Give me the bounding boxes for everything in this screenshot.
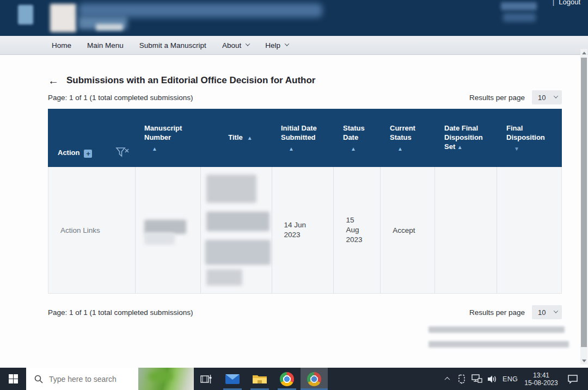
windows-taskbar: ENG 13:41 15-08-2023 bbox=[0, 368, 588, 390]
speaker-icon bbox=[487, 375, 497, 383]
clock-time: 13:41 bbox=[533, 372, 549, 379]
table-header-row: Action + Manuscript Number ▲ Title ▲ bbox=[48, 109, 562, 167]
sort-asc-icon: ▲ bbox=[289, 146, 294, 152]
results-per-page-select-top[interactable]: 10 bbox=[532, 90, 562, 104]
scrollbar-thumb[interactable] bbox=[581, 58, 587, 347]
redacted-footer-line bbox=[428, 326, 565, 333]
scroll-up-arrow[interactable] bbox=[580, 49, 587, 57]
clock[interactable]: 13:41 15-08-2023 bbox=[520, 368, 562, 390]
chrome-icon bbox=[307, 372, 321, 386]
logout-link[interactable]: Logout bbox=[559, 0, 580, 6]
results-per-page-select-bottom[interactable]: 10 bbox=[532, 305, 562, 319]
column-initial-date-submitted[interactable]: Initial Date Submitted ▲ bbox=[271, 109, 333, 167]
file-explorer-button[interactable] bbox=[246, 368, 273, 390]
clear-filter-icon[interactable] bbox=[115, 146, 131, 159]
page-content: ← Submissions with an Editorial Office D… bbox=[0, 55, 588, 368]
column-title[interactable]: Title ▲ bbox=[200, 109, 271, 167]
nav-main-menu[interactable]: Main Menu bbox=[87, 41, 124, 49]
redacted-journal-name bbox=[78, 3, 322, 17]
redacted-journal-logo bbox=[50, 4, 76, 32]
results-per-page-label-bottom: Results per page bbox=[469, 308, 525, 317]
device-icon bbox=[457, 374, 466, 384]
column-current-status[interactable]: Current Status ▲ bbox=[380, 109, 434, 167]
column-status-date[interactable]: Status Date ▲ bbox=[333, 109, 380, 167]
redacted-manuscript-number bbox=[144, 220, 186, 234]
column-manuscript-number[interactable]: Manuscript Number ▲ bbox=[134, 109, 200, 167]
back-arrow-icon[interactable]: ← bbox=[48, 75, 59, 86]
cell-date-final-disposition-set bbox=[434, 167, 497, 293]
sort-asc-icon: ▲ bbox=[152, 146, 157, 152]
search-icon bbox=[34, 375, 43, 383]
chevron-down-icon bbox=[554, 308, 558, 313]
cell-title bbox=[200, 167, 272, 293]
scroll-down-arrow[interactable] bbox=[580, 357, 587, 364]
add-action-icon[interactable]: + bbox=[84, 150, 92, 158]
chevron-up-icon bbox=[444, 377, 450, 382]
action-links-link[interactable]: Action Links bbox=[60, 226, 100, 234]
cell-manuscript-number bbox=[135, 167, 200, 293]
start-button[interactable] bbox=[0, 368, 26, 390]
cell-action: Action Links bbox=[48, 167, 135, 293]
windows-logo-icon bbox=[9, 374, 18, 383]
search-highlight-gecko-image[interactable] bbox=[138, 368, 194, 390]
logout-separator: | bbox=[553, 0, 554, 6]
nav-home[interactable]: Home bbox=[52, 41, 71, 49]
submissions-table: Action + Manuscript Number ▲ Title ▲ bbox=[48, 109, 562, 294]
task-view-icon bbox=[200, 374, 212, 384]
column-date-final-disposition-set[interactable]: Date Final Disposition Set ▲ bbox=[434, 109, 497, 167]
cell-status-date: 15 Aug 2023 bbox=[333, 167, 380, 293]
sort-desc-icon: ▼ bbox=[514, 146, 519, 152]
column-final-disposition[interactable]: Final Disposition ▼ bbox=[497, 109, 562, 167]
redacted-role bbox=[503, 13, 536, 22]
folder-icon bbox=[253, 374, 267, 385]
redacted-manuscript-number-2 bbox=[144, 233, 175, 245]
redacted-title-line bbox=[206, 269, 242, 286]
chevron-down-icon bbox=[285, 41, 289, 46]
redacted-journal-subtitle-2 bbox=[96, 24, 123, 30]
chevron-down-icon bbox=[246, 41, 250, 46]
redacted-title-line bbox=[206, 175, 256, 203]
redacted-title-line bbox=[205, 240, 271, 265]
task-view-button[interactable] bbox=[194, 368, 219, 390]
site-banner: | Logout bbox=[0, 0, 588, 36]
page-title: Submissions with an Editorial Office Dec… bbox=[66, 75, 315, 86]
cell-initial-date-submitted: 14 Jun 2023 bbox=[272, 167, 334, 293]
show-hidden-icons-button[interactable] bbox=[440, 368, 454, 390]
taskbar-search[interactable] bbox=[26, 368, 194, 390]
redacted-app-icon bbox=[18, 5, 33, 24]
search-input[interactable] bbox=[49, 375, 136, 383]
notification-icon bbox=[567, 374, 578, 384]
results-per-page-label-top: Results per page bbox=[469, 94, 525, 102]
network-button[interactable] bbox=[469, 368, 485, 390]
cell-current-status: Accept bbox=[380, 167, 434, 293]
system-tray: ENG 13:41 15-08-2023 bbox=[440, 368, 588, 390]
chrome-button[interactable] bbox=[273, 368, 301, 390]
sort-asc-icon: ▲ bbox=[397, 146, 403, 152]
sort-asc-icon: ▲ bbox=[247, 135, 253, 141]
screen: | Logout Home Main Menu Submit a Manuscr… bbox=[0, 0, 588, 390]
redacted-footer-line-2 bbox=[428, 341, 569, 348]
cell-final-disposition bbox=[497, 167, 561, 293]
redacted-username bbox=[501, 2, 537, 10]
table-row: Action Links 14 Jun 2023 15 Aug 2023 bbox=[48, 167, 562, 294]
volume-button[interactable] bbox=[485, 368, 500, 390]
chrome-button-active[interactable] bbox=[301, 368, 328, 390]
mail-icon bbox=[225, 374, 240, 385]
sort-asc-icon: ▲ bbox=[457, 144, 463, 150]
nav-submit-manuscript[interactable]: Submit a Manuscript bbox=[139, 41, 206, 49]
vertical-scrollbar[interactable] bbox=[580, 49, 587, 364]
action-center-button[interactable] bbox=[562, 368, 584, 390]
pagination-info-top: Page: 1 of 1 (1 total completed submissi… bbox=[48, 94, 193, 102]
mail-app-button[interactable] bbox=[219, 368, 246, 390]
chrome-icon bbox=[280, 372, 294, 386]
redacted-title-line bbox=[206, 212, 270, 231]
main-nav: Home Main Menu Submit a Manuscript About… bbox=[0, 36, 588, 55]
nav-help[interactable]: Help bbox=[265, 41, 289, 49]
sort-asc-icon: ▲ bbox=[351, 146, 356, 152]
language-indicator[interactable]: ENG bbox=[500, 368, 520, 390]
column-action: Action + bbox=[48, 109, 134, 167]
pagination-info-bottom: Page: 1 of 1 (1 total completed submissi… bbox=[48, 308, 193, 317]
nav-about[interactable]: About bbox=[222, 41, 249, 49]
connect-device-button[interactable] bbox=[454, 368, 469, 390]
clock-date: 15-08-2023 bbox=[524, 379, 558, 387]
